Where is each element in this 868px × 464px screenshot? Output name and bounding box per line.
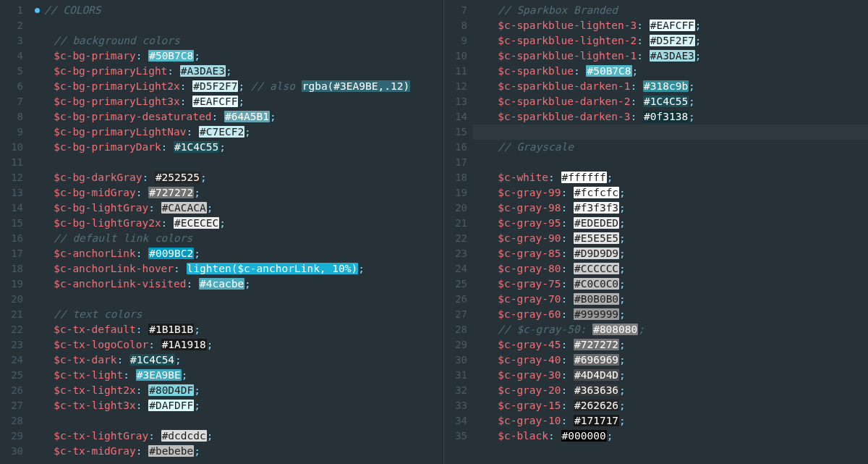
code-line[interactable]: // default link colors [35,231,443,246]
code-line[interactable] [35,18,443,33]
line-number: 13 [0,185,23,201]
code-line[interactable]: // Sparkbox Branded [479,3,868,18]
code-line[interactable]: $c-sparkblue: #50B7C8; [479,64,868,79]
color-swatch: #50B7C8 [586,65,631,77]
color-swatch: #C0C0C0 [574,278,619,290]
code-line[interactable]: $c-sparkblue-lighten-3: #EAFCFF; [479,18,868,33]
code-line[interactable]: $c-gray-20: #363636; [479,383,868,398]
line-number: 18 [444,170,467,185]
line-number: 9 [0,125,23,140]
code-line[interactable]: $c-bg-primaryDark: #1C4C55; [35,140,443,155]
code-line[interactable]: $c-gray-60: #999999; [479,307,868,322]
line-number: 25 [0,368,23,383]
code-line[interactable]: $c-bg-darkGray: #252525; [35,170,443,185]
line-number: 22 [0,322,23,337]
code-line[interactable]: $c-bg-primary-desaturated: #64A5B1; [35,109,443,125]
color-swatch: #171717 [574,415,619,426]
code-line[interactable] [35,413,443,429]
code-line[interactable]: $c-anchorLink-visited: #4cacbe; [35,277,443,292]
code-line[interactable]: $c-gray-70: #B0B0B0; [479,292,868,307]
line-number: 7 [444,3,467,18]
code-line[interactable] [35,292,443,307]
code-line[interactable]: $c-gray-40: #696969; [479,353,868,368]
line-number: 23 [444,246,467,261]
code-area-right[interactable]: // Sparkbox Branded $c-sparkblue-lighten… [473,0,868,464]
editor-pane-right: 7891011121314151617181920212223242526272… [443,0,868,464]
code-line[interactable]: $c-gray-80: #CCCCCC; [479,261,868,277]
code-line[interactable]: $c-sparkblue-lighten-1: #A3DAE3; [479,48,868,64]
line-number: 7 [0,94,23,109]
code-line[interactable]: $c-sparkblue-lighten-2: #D5F2F7; [479,33,868,48]
color-swatch: #4D4D4D [574,369,619,381]
line-gutter-right: 7891011121314151617181920212223242526272… [444,0,473,464]
color-swatch: #EDEDED [574,217,619,229]
code-line[interactable]: $c-bg-lightGray2x: #ECECEC; [35,216,443,231]
line-number: 11 [444,64,467,79]
code-line[interactable]: $c-bg-primaryLight3x: #EAFCFF; [35,94,443,109]
code-line[interactable]: $c-bg-primaryLight2x: #D5F2F7; // also r… [35,79,443,94]
color-swatch: #D9D9D9 [574,248,619,259]
color-swatch: #A3DAE3 [180,65,226,77]
code-line[interactable]: $c-tx-light3x: #DAFDFF; [35,398,443,413]
code-line[interactable]: // $c-gray-50: #808080; [479,322,868,337]
color-swatch: #f3f3f3 [574,202,619,214]
code-line[interactable]: $c-tx-default: #1B1B1B; [35,322,443,337]
code-line[interactable]: $c-tx-light2x: #80D4DF; [35,383,443,398]
code-line[interactable]: $c-gray-30: #4D4D4D; [479,368,868,383]
code-line[interactable]: $c-sparkblue-darken-3: #0f3138; [479,109,868,125]
code-line[interactable]: $c-gray-90: #E5E5E5; [479,231,868,246]
code-line[interactable]: $c-sparkblue-darken-2: #1C4C55; [479,94,868,109]
scss-variable: $c-anchorLink-hover [54,263,174,274]
line-number: 34 [444,413,467,429]
code-line[interactable]: $c-gray-45: #727272; [479,337,868,353]
code-line[interactable]: $c-anchorLink: #009BC2; [35,246,443,261]
color-swatch: #DAFDFF [148,400,194,411]
scss-variable: $c-gray-75 [498,278,561,290]
line-number: 11 [0,155,23,170]
scss-variable: $c-bg-primary-desaturated [54,111,211,122]
code-line[interactable] [35,155,443,170]
code-area-left[interactable]: // COLORS // background colors $c-bg-pri… [29,0,443,464]
line-number: 30 [0,444,23,459]
code-line[interactable]: $c-black: #000000; [479,429,868,444]
code-line[interactable]: $c-bg-midGray: #727272; [35,185,443,201]
code-line[interactable]: $c-white: #ffffff; [479,170,868,185]
code-line[interactable]: $c-tx-light: #3EA9BE; [35,368,443,383]
code-line[interactable] [479,155,868,170]
line-number: 2 [0,18,23,33]
scss-variable: $c-white [498,172,548,183]
code-line[interactable]: $c-bg-primaryLight: #A3DAE3; [35,64,443,79]
code-line[interactable]: $c-gray-10: #171717; [479,413,868,429]
color-swatch: #727272 [574,339,619,350]
code-line[interactable]: // text colors [35,307,443,322]
scss-variable: $c-sparkblue-darken-3 [498,111,630,122]
code-line[interactable]: $c-gray-98: #f3f3f3; [479,201,868,216]
code-line[interactable]: $c-sparkblue-darken-1: #318c9b; [479,79,868,94]
scss-variable: $c-bg-midGray [54,187,136,198]
line-number: 20 [444,201,467,216]
color-swatch: rgba(#3EA9BE,.12) [302,80,410,92]
code-line[interactable]: $c-gray-95: #EDEDED; [479,216,868,231]
code-line[interactable]: $c-tx-logoColor: #1A1918; [35,337,443,353]
scss-variable: $c-tx-lightGray [54,430,148,442]
code-line[interactable]: $c-bg-primary: #50B7C8; [35,48,443,64]
color-swatch: #363636 [574,384,619,396]
code-line[interactable]: $c-gray-75: #C0C0C0; [479,277,868,292]
line-number: 18 [0,261,23,277]
code-line[interactable]: $c-gray-85: #D9D9D9; [479,246,868,261]
line-number: 17 [0,246,23,261]
line-number: 16 [444,140,467,155]
split-editor: 1234567891011121314151617181920212223242… [0,0,868,464]
code-line[interactable]: $c-tx-midGray: #bebebe; [35,444,443,459]
code-line[interactable]: // COLORS [35,3,443,18]
line-number: 12 [444,79,467,94]
code-line[interactable]: $c-bg-primaryLightNav: #C7ECF2; [35,125,443,140]
code-line[interactable]: $c-anchorLink-hover: lighten($c-anchorLi… [35,261,443,277]
code-line[interactable]: $c-gray-15: #262626; [479,398,868,413]
code-line[interactable]: $c-tx-dark: #1C4C54; [35,353,443,368]
code-line[interactable]: $c-bg-lightGray: #CACACA; [35,201,443,216]
code-line[interactable]: // Grayscale [479,140,868,155]
code-line[interactable]: // background colors [35,33,443,48]
code-line[interactable]: $c-gray-99: #fcfcfc; [479,185,868,201]
code-line[interactable]: $c-tx-lightGray: #dcdcdc; [35,429,443,444]
